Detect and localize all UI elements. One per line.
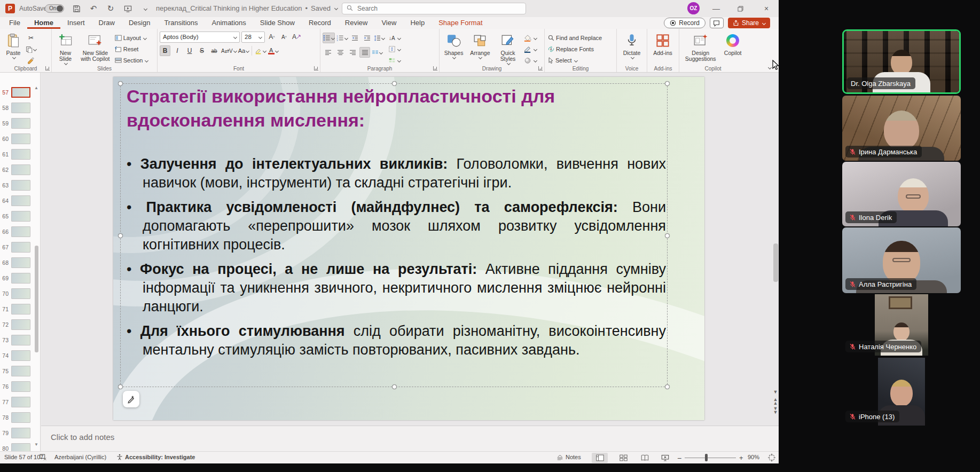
select-button[interactable]: Select [547,55,603,66]
slide-thumbnail[interactable] [11,428,30,438]
participant-tile[interactable]: iPhone (13) [842,358,961,426]
drawing-dialog-launcher[interactable] [538,66,543,70]
reset-button[interactable]: Reset [114,44,155,54]
slide-title[interactable]: Стратегії використання нейропластичності… [127,84,661,132]
align-right-icon[interactable] [347,47,358,58]
resize-handle[interactable] [392,384,397,389]
language-indicator[interactable]: Azerbaijani (Cyrillic) [54,454,106,460]
shapes-button[interactable]: Shapes [442,30,466,65]
search-input[interactable] [356,4,511,13]
underline-button[interactable]: U [184,45,195,56]
replace-fonts-button[interactable]: AReplace Fonts [547,44,603,54]
character-spacing-button[interactable]: A⇄V [221,45,237,56]
align-text-button[interactable] [388,44,407,54]
slide-thumbnail[interactable] [11,242,30,253]
shape-fill-button[interactable] [523,33,543,43]
arrange-button[interactable]: Arrange [467,30,493,65]
resize-handle[interactable] [665,81,670,86]
format-painter-icon[interactable] [26,55,36,66]
align-left-icon[interactable] [323,47,333,58]
shape-effects-button[interactable] [523,55,543,66]
tab-record[interactable]: Record [302,17,338,29]
copilot-button[interactable]: Copilot [720,30,745,65]
slide-thumbnail-row[interactable]: 59 [0,115,40,131]
slide-thumbnail[interactable] [11,443,30,452]
section-button[interactable]: Section [114,55,155,66]
notes-pane[interactable]: Click to add notes [41,426,779,451]
new-slide-button[interactable]: New Slide [54,30,77,65]
slide-thumbnail[interactable] [11,304,30,314]
canvas-scrollbar[interactable] [773,243,778,282]
tab-insert[interactable]: Insert [60,17,92,29]
italic-button[interactable]: I [172,45,183,56]
resize-handle[interactable] [118,233,123,238]
slide-thumbnail-row[interactable]: 67 [0,239,40,255]
redo-icon[interactable]: ↻ [105,3,116,14]
participant-tile[interactable]: Наталія Черненко [842,294,961,356]
slide-thumbnail-row[interactable]: 76 [0,379,40,394]
slide-thumbnail-row[interactable]: 61 [0,146,40,162]
tab-transitions[interactable]: Transitions [157,17,205,29]
slide-thumbnail-row[interactable]: 63 [0,177,40,193]
clear-formatting-icon[interactable]: A [291,32,302,42]
slide-thumbnail[interactable] [11,288,30,299]
tab-shape-format[interactable]: Shape Format [432,17,489,29]
zoom-in-button[interactable]: + [739,454,743,462]
slide-thumbnail-row[interactable]: 64 [0,193,40,208]
record-button[interactable]: Record [664,18,705,28]
font-size-combobox[interactable]: 28 [241,32,265,43]
display-settings-icon[interactable] [40,454,46,460]
addins-button[interactable]: Add-ins [649,30,676,65]
slide-thumbnail-row[interactable]: 62 [0,162,40,177]
minimize-button[interactable]: — [707,0,725,17]
font-family-combobox[interactable]: Aptos (Body) [160,32,240,43]
slide-thumbnail[interactable] [11,335,30,345]
slide-thumbnail-row[interactable]: 78 [0,410,40,425]
strikethrough-button[interactable]: S [197,45,207,56]
decrease-font-icon[interactable]: A˅ [279,32,289,42]
slide-thumbnail[interactable] [11,350,30,361]
zoom-slider-thumb[interactable] [705,454,708,461]
quick-styles-button[interactable]: Quick Styles [494,30,521,65]
tab-home[interactable]: Home [27,17,60,29]
slide-thumbnail-row[interactable]: 71 [0,301,40,317]
convert-to-smartart-button[interactable] [388,55,407,66]
document-title[interactable]: переклад_Critical Thinking in Higher Edu… [156,4,338,12]
participant-tile[interactable]: Ilona Derik [842,162,961,226]
notes-toggle[interactable]: Notes [556,454,581,460]
change-case-button[interactable]: Aa [238,45,249,56]
layout-button[interactable]: Layout [114,33,155,43]
designer-suggestions-button[interactable] [123,391,139,407]
slide-thumbnail[interactable] [11,103,30,113]
participant-tile[interactable]: Алла Растригіна [842,227,961,293]
slide-thumbnail[interactable] [11,397,30,407]
slide-thumbnail-row[interactable]: 77 [0,394,40,410]
text-direction-button[interactable]: ↓A [388,33,407,43]
tab-animations[interactable]: Animations [205,17,253,29]
justify-icon[interactable] [359,47,370,58]
shape-outline-button[interactable] [523,44,543,54]
share-button[interactable]: Share [728,18,770,28]
slide-thumbnail-row[interactable]: 65 [0,208,40,224]
slide-thumbnail[interactable] [11,87,30,98]
slide-thumbnail[interactable] [11,180,30,191]
slide-thumbnail-row[interactable]: 60 [0,131,40,146]
restore-button[interactable] [731,0,749,17]
slide-canvas[interactable]: Стратегії використання нейропластичності… [113,77,704,420]
copy-icon[interactable] [26,44,36,54]
dictate-button[interactable]: Dictate [619,30,645,65]
slide-sorter-view-button[interactable] [615,453,631,463]
slide-thumbnail[interactable] [11,366,30,376]
cut-icon[interactable]: ✂ [26,33,36,43]
collapse-ribbon-button[interactable] [767,61,771,71]
slide-thumbnail[interactable] [11,273,30,284]
slide-thumbnail[interactable] [11,195,30,206]
slide-thumbnail[interactable] [11,226,30,237]
zoom-slider[interactable] [685,458,736,458]
normal-view-button[interactable] [592,453,608,463]
participant-tile[interactable]: Ірина Дарманська [842,96,961,161]
search-box[interactable] [342,3,526,14]
slideshow-view-button[interactable] [657,453,673,463]
slide-thumbnail-row[interactable]: 72 [0,317,40,332]
bold-button[interactable]: B [160,45,170,56]
